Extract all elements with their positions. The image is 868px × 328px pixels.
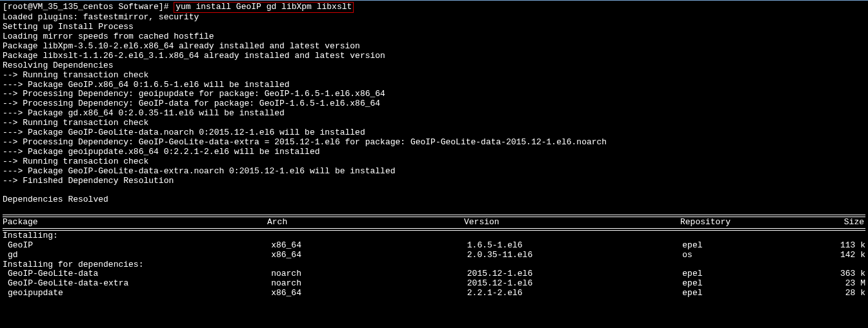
cell-arch: noarch [271,279,467,289]
col-header-repository: Repository [680,218,829,227]
col-header-version: Version [464,218,680,227]
cell-repository: epel [682,279,830,289]
cell-size: 28 k [830,289,865,298]
section-installing: Installing: [3,231,865,241]
cell-repository: epel [682,269,830,279]
output-line: --> Processing Dependency: geoipupdate f… [3,90,865,99]
cell-size: 113 k [830,241,865,251]
command-highlight-box: yum install GeoIP gd libXpm libxslt [174,2,354,13]
cell-version: 1.6.5-1.el6 [467,241,683,251]
output-line: Loaded plugins: fastestmirror, security [3,13,865,23]
table-row: geoipupdate x86_64 2.2.1-2.el6 epel 28 k [3,289,865,298]
output-line: Package libXpm-3.5.10-2.el6.x86_64 alrea… [3,42,865,52]
output-line: ---> Package GeoIP.x86_64 0:1.6.5-1.el6 … [3,81,865,90]
table-row: gd x86_64 2.0.35-11.el6 os 142 k [3,251,865,260]
cell-size: 23 M [830,279,865,289]
cell-version: 2015.12-1.el6 [467,269,683,279]
cell-package: GeoIP-GeoLite-data [3,269,271,279]
table-header-row: Package Arch Version Repository Size [3,218,865,227]
output-line: --> Processing Dependency: GeoIP-GeoLite… [3,138,865,148]
table-row: GeoIP-GeoLite-data noarch 2015.12-1.el6 … [3,269,865,279]
cell-package: geoipupdate [3,289,271,298]
output-line: Setting up Install Process [3,23,865,32]
blank-line [3,186,865,195]
output-line: Package libxslt-1.1.26-2.el6_3.1.x86_64 … [3,52,865,61]
prompt-line: [root@VM_35_135_centos Software]# yum in… [3,2,865,13]
cell-version: 2.0.35-11.el6 [467,251,683,260]
col-header-size: Size [829,218,864,227]
output-line: ---> Package geoipupdate.x86_64 0:2.2.1-… [3,148,865,157]
section-installing-deps: Installing for dependencies: [3,260,865,270]
terminal-window[interactable]: [root@VM_35_135_centos Software]# yum in… [0,0,868,300]
cell-package: GeoIP-GeoLite-data-extra [3,279,271,289]
col-header-package: Package [3,218,267,227]
output-line: --> Finished Dependency Resolution [3,177,865,186]
shell-prompt: [root@VM_35_135_centos Software]# [3,2,174,12]
cell-package: GeoIP [3,241,271,251]
typed-command: yum install GeoIP gd libXpm libxslt [176,2,352,12]
cell-arch: x86_64 [271,241,467,251]
output-line: --> Processing Dependency: GeoIP-data fo… [3,99,865,109]
cell-repository: os [682,251,830,260]
output-line: --> Running transaction check [3,71,865,81]
table-top-rule [3,215,865,217]
cell-arch: x86_64 [271,251,467,260]
blank-line [3,205,865,214]
output-line: --> Running transaction check [3,157,865,167]
output-line: ---> Package GeoIP-GeoLite-data-extra.no… [3,167,865,177]
cell-version: 2.2.1-2.el6 [467,289,683,298]
cell-version: 2015.12-1.el6 [467,279,683,289]
output-line: Resolving Dependencies [3,61,865,71]
table-row: GeoIP-GeoLite-data-extra noarch 2015.12-… [3,279,865,289]
cell-arch: x86_64 [271,289,467,298]
cell-size: 363 k [830,269,865,279]
output-line: ---> Package gd.x86_64 0:2.0.35-11.el6 w… [3,109,865,119]
cell-repository: epel [682,241,830,251]
deps-resolved-label: Dependencies Resolved [3,195,865,205]
cell-repository: epel [682,289,830,298]
output-line: --> Running transaction check [3,119,865,128]
cell-package: gd [3,251,271,260]
table-row: GeoIP x86_64 1.6.5-1.el6 epel 113 k [3,241,865,251]
col-header-arch: Arch [267,218,464,227]
output-line: ---> Package GeoIP-GeoLite-data.noarch 0… [3,128,865,138]
cell-arch: noarch [271,269,467,279]
cell-size: 142 k [830,251,865,260]
table-header-rule [3,228,865,231]
output-line: Loading mirror speeds from cached hostfi… [3,32,865,42]
